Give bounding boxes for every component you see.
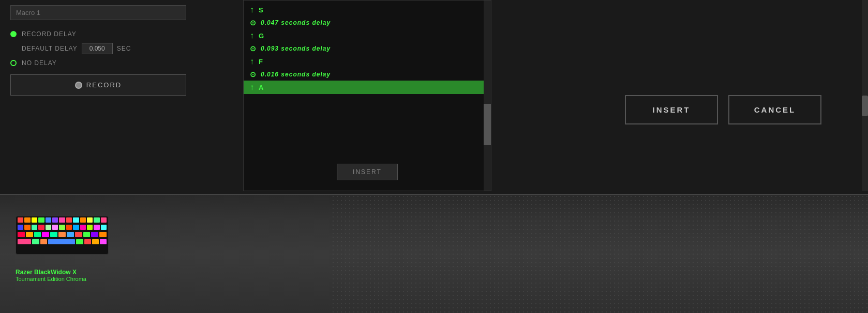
kb-key <box>46 225 51 230</box>
macro-list-panel: ↑ S ⊙ 0.047 seconds delay ↑ G ⊙ 0.093 se… <box>243 0 491 191</box>
cancel-label: CANCEL <box>754 105 796 114</box>
macro-name-input[interactable] <box>10 5 186 20</box>
no-delay-label: NO DELAY <box>22 59 57 67</box>
list-item[interactable]: ⊙ 0.093 seconds delay <box>244 42 491 55</box>
kb-key <box>80 225 86 230</box>
no-delay-option[interactable]: NO DELAY <box>10 59 207 67</box>
record-delay-radio[interactable] <box>10 31 17 37</box>
kb-key <box>100 239 107 244</box>
delay-value: 0.047 seconds delay <box>261 19 331 26</box>
record-button-label: RECORD <box>86 81 122 89</box>
kb-key <box>94 217 99 223</box>
delay-value: 0.093 seconds delay <box>261 45 331 52</box>
record-button[interactable]: RECORD <box>10 74 186 96</box>
kb-key <box>18 217 23 223</box>
list-item[interactable]: ⊙ 0.047 seconds delay <box>244 17 491 29</box>
record-delay-option[interactable]: RECORD DELAY <box>10 30 207 38</box>
default-delay-row: DEFAULT DELAY SEC <box>22 43 207 54</box>
kb-key <box>87 217 93 223</box>
left-panel: RECORD DELAY DEFAULT DELAY SEC NO DELAY … <box>0 0 217 191</box>
delay-value: 0.016 seconds delay <box>261 71 331 78</box>
insert-button[interactable]: INSERT <box>625 95 718 124</box>
scrollbar[interactable] <box>484 1 491 191</box>
kb-key <box>75 232 82 237</box>
right-scrollbar[interactable] <box>862 0 868 191</box>
kb-key <box>94 225 99 230</box>
cancel-button[interactable]: CANCEL <box>728 95 821 124</box>
key-value: F <box>259 58 263 66</box>
kb-key <box>32 239 39 244</box>
kb-key <box>38 225 44 230</box>
key-value: G <box>259 32 264 40</box>
record-delay-label: RECORD DELAY <box>22 30 77 38</box>
kb-key <box>40 239 47 244</box>
kb-row-2 <box>16 224 108 231</box>
delay-icon: ⊙ <box>250 44 257 53</box>
kb-key <box>50 232 57 237</box>
kb-key <box>38 217 44 223</box>
kb-key <box>101 225 107 230</box>
insert-label: INSERT <box>652 105 690 114</box>
kb-key <box>76 239 83 244</box>
key-up-arrow-icon: ↑ <box>250 5 255 14</box>
bottom-dots-decoration <box>331 194 868 313</box>
list-item-selected[interactable]: ↑ A <box>244 81 491 94</box>
keyboard-area: Razer BlackWidow X Tournament Edition Ch… <box>16 216 119 282</box>
scrollbar-thumb[interactable] <box>484 104 491 145</box>
kb-row-4 <box>16 238 108 245</box>
center-insert-button[interactable]: INSERT <box>337 164 398 180</box>
key-value: S <box>259 6 264 14</box>
no-delay-radio[interactable] <box>10 60 17 66</box>
kb-key <box>59 225 65 230</box>
kb-key <box>58 232 66 237</box>
key-up-arrow-icon: ↑ <box>250 83 255 92</box>
kb-key <box>26 232 33 237</box>
keyboard-label: Razer BlackWidow X Tournament Edition Ch… <box>16 269 119 282</box>
kb-key <box>34 232 41 237</box>
kb-key <box>18 225 23 230</box>
macro-list: ↑ S ⊙ 0.047 seconds delay ↑ G ⊙ 0.093 se… <box>244 1 491 97</box>
kb-key <box>42 232 49 237</box>
delay-icon: ⊙ <box>250 70 257 79</box>
list-item[interactable]: ⊙ 0.016 seconds delay <box>244 68 491 81</box>
list-item[interactable]: ↑ F <box>244 55 491 68</box>
kb-key <box>24 225 30 230</box>
key-up-arrow-icon: ↑ <box>250 31 255 40</box>
kb-key <box>92 239 99 244</box>
bottom-panel: Razer BlackWidow X Tournament Edition Ch… <box>0 194 868 313</box>
action-buttons: INSERT CANCEL <box>625 95 821 124</box>
kb-key <box>99 232 107 237</box>
keyboard-name-line1: Razer BlackWidow X <box>16 269 119 276</box>
right-scrollbar-thumb[interactable] <box>862 96 868 116</box>
kb-key <box>46 217 51 223</box>
kb-key <box>32 225 37 230</box>
kb-key <box>52 217 58 223</box>
keyboard-name-line2: Tournament Edition Chroma <box>16 276 119 282</box>
kb-key <box>67 232 74 237</box>
list-item[interactable]: ↑ G <box>244 29 491 42</box>
kb-key <box>91 232 98 237</box>
keyboard-image <box>16 216 109 262</box>
kb-key <box>73 217 79 223</box>
default-delay-input[interactable] <box>82 43 113 54</box>
default-delay-label: DEFAULT DELAY <box>22 45 78 52</box>
kb-key <box>83 232 91 237</box>
kb-key <box>80 217 86 223</box>
kb-key <box>48 239 76 244</box>
kb-key <box>66 225 72 230</box>
kb-key <box>18 239 31 244</box>
kb-key <box>73 225 79 230</box>
kb-key <box>66 217 72 223</box>
kb-key <box>87 225 93 230</box>
kb-key <box>84 239 91 244</box>
record-icon <box>75 82 82 89</box>
delay-icon: ⊙ <box>250 19 257 27</box>
kb-row-3 <box>16 231 108 238</box>
kb-key <box>32 217 37 223</box>
kb-key <box>52 225 58 230</box>
key-value: A <box>259 84 264 91</box>
list-item[interactable]: ↑ S <box>244 3 491 17</box>
kb-key <box>18 232 25 237</box>
kb-key <box>59 217 65 223</box>
sec-label: SEC <box>117 45 131 52</box>
